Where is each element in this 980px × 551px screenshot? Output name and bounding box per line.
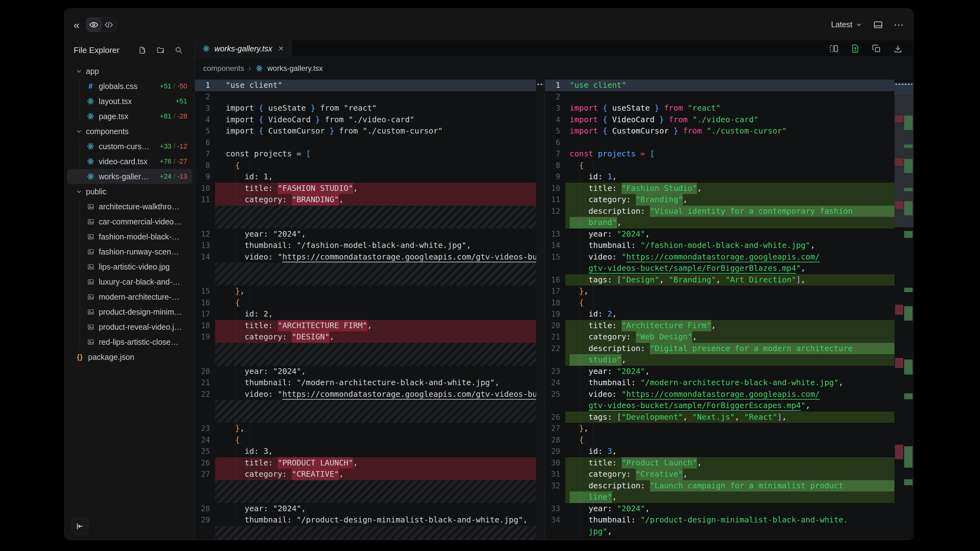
code-row: 30 title: "Product Launch", <box>545 457 913 469</box>
code-token: , <box>607 526 612 538</box>
code-token: video: <box>570 251 622 263</box>
code-line <box>215 137 536 149</box>
code-line: category: "Creative", <box>565 468 894 480</box>
panel-layout-button[interactable] <box>873 20 883 30</box>
code-token: [ <box>306 148 311 160</box>
code-token <box>226 297 235 309</box>
code-token: , <box>659 274 669 286</box>
line-number: 24 <box>195 434 215 446</box>
code-row: 3import { useState } from "react" <box>545 103 913 114</box>
breadcrumb-folder[interactable]: components <box>203 64 244 73</box>
app-window: « Latest <box>64 8 913 540</box>
line-number: 20 <box>195 366 215 377</box>
code-toggle-button[interactable] <box>101 18 116 32</box>
code-token: , <box>683 411 692 423</box>
code-token: year: "2024", <box>226 366 306 377</box>
line-number: 3 <box>195 103 215 114</box>
sidebar-item-red-lips-artistic-close-[interactable]: red-lips-artistic-close… <box>67 334 192 349</box>
sidebar-item-lips-artistic-video.jpg[interactable]: lips-artistic-video.jpg <box>67 259 192 274</box>
diff-stats: +51 / -50 <box>160 82 187 90</box>
sidebar-item-modern-architecture-[interactable]: modern-architecture-… <box>67 289 192 304</box>
line-number: 29 <box>545 446 565 457</box>
code-token: jpg" <box>570 526 607 538</box>
line-number <box>545 491 565 503</box>
code-row: 11 category: "BRANDING", <box>195 194 545 206</box>
split-view-button[interactable] <box>829 44 838 53</box>
code-token: https://commondatastorage.googleapis.com… <box>626 389 820 400</box>
sidebar-item-fashion-runway-scen-[interactable]: fashion-runway-scen… <box>67 244 192 259</box>
code-row: 17 }, <box>545 286 913 297</box>
code-row: 29 id: 3, <box>545 446 913 457</box>
sidebar-item-custom-curs-[interactable]: custom-curs…+33 / -12 <box>67 139 192 154</box>
code-row: 18 title: "ARCHITECTURE FIRM", <box>195 320 545 332</box>
diff-overview-ruler[interactable] <box>894 79 913 540</box>
code-token: } <box>579 286 584 297</box>
code-token: " <box>801 400 806 411</box>
line-number: 27 <box>195 468 215 480</box>
close-tab-icon[interactable]: × <box>278 44 283 54</box>
code-token: 1 <box>607 171 612 183</box>
sidebar-folder-components[interactable]: components <box>67 124 192 139</box>
code-token <box>226 434 235 446</box>
code-row: 19 id: 2, <box>545 308 913 320</box>
download-button[interactable] <box>893 44 902 53</box>
line-number: 6 <box>545 137 565 149</box>
tab-bar: works-gallery.tsx × <box>195 40 913 57</box>
code-token: , <box>711 320 716 332</box>
code-token: , <box>584 423 589 434</box>
sidebar-item-fashion-model-black-[interactable]: fashion-model-black-… <box>67 229 192 244</box>
code-token: category: <box>226 331 292 343</box>
code-row: 21 thumbnail: "/modern-architecture-blac… <box>195 377 545 389</box>
sidebar-item-architecture-walkthro-[interactable]: architecture-walkthro… <box>67 199 192 214</box>
sidebar-item-layout.tsx[interactable]: layout.tsx+51 <box>67 94 192 109</box>
sidebar-item-car-commercial-video-[interactable]: car-commercial-video… <box>67 214 192 229</box>
code-line: title: "ARCHITECTURE FIRM", <box>215 320 536 332</box>
file-label: luxury-car-black-and-… <box>99 277 180 286</box>
sidebar-item-package.json[interactable]: {}package.json <box>67 349 192 365</box>
sidebar-item-product-reveal-video.j-[interactable]: product-reveal-video.j… <box>67 319 192 334</box>
copy-code-button[interactable] <box>872 44 881 53</box>
line-number: 25 <box>545 389 565 400</box>
tab-works-gallery[interactable]: works-gallery.tsx × <box>195 40 291 57</box>
file-label: package.json <box>88 353 134 362</box>
diff-filler-row <box>195 400 545 423</box>
sidebar-item-video-card.tsx[interactable]: video-card.tsx+76 / -27 <box>67 154 192 169</box>
code-token: line" <box>570 491 612 503</box>
sidebar-folder-public[interactable]: public <box>67 184 192 199</box>
new-file-button[interactable] <box>138 46 146 54</box>
preview-toggle-button[interactable] <box>86 18 101 32</box>
line-number <box>195 480 215 503</box>
code-line: category: "CREATIVE", <box>215 468 536 480</box>
version-selector[interactable]: Latest <box>831 20 862 29</box>
img-icon <box>86 263 95 270</box>
code-row: 5import { CustomCursor } from "./custom-… <box>195 125 545 137</box>
scrollbar-minimap[interactable] <box>536 79 545 540</box>
code-token: thumbnail: "/modern-architecture-black-a… <box>226 377 500 389</box>
sidebar-item-works-galler-[interactable]: works-galler…+24 / -13 <box>67 169 192 184</box>
more-options-button[interactable]: ⋯ <box>894 19 904 31</box>
code-token: from <box>659 103 687 114</box>
file-label: fashion-model-black-… <box>99 232 179 241</box>
sidebar-item-luxury-car-black-and-[interactable]: luxury-car-black-and-… <box>67 274 192 289</box>
collapse-panel-button[interactable]: « <box>70 18 83 32</box>
code-token: [ <box>617 411 622 423</box>
code-token: { <box>235 160 240 171</box>
react-icon <box>202 45 210 52</box>
diff-filler-row <box>195 526 545 540</box>
collapse-sidebar-button[interactable] <box>72 518 88 535</box>
code-token: "Product Launch" <box>622 457 697 469</box>
addition-marker <box>904 359 913 375</box>
code-line: tags: ["Development", "Next.js", "React"… <box>565 411 894 423</box>
sidebar-item-product-design-minim-[interactable]: product-design-minim… <box>67 304 192 319</box>
code-line: video: "https://commondatastorage.google… <box>215 251 536 263</box>
file-label: page.tsx <box>99 112 129 121</box>
sidebar-folder-app[interactable]: app <box>67 64 192 79</box>
code-token: } <box>673 125 678 137</box>
new-folder-button[interactable] <box>156 46 165 54</box>
code-row: 28 { <box>545 434 913 446</box>
search-icon[interactable] <box>175 46 183 54</box>
sidebar-item-globals.css[interactable]: #globals.css+51 / -50 <box>67 79 192 94</box>
diff-view-button[interactable] <box>851 44 860 53</box>
line-number: 3 <box>545 103 565 114</box>
sidebar-item-page.tsx[interactable]: page.tsx+81 / -28 <box>67 109 192 124</box>
